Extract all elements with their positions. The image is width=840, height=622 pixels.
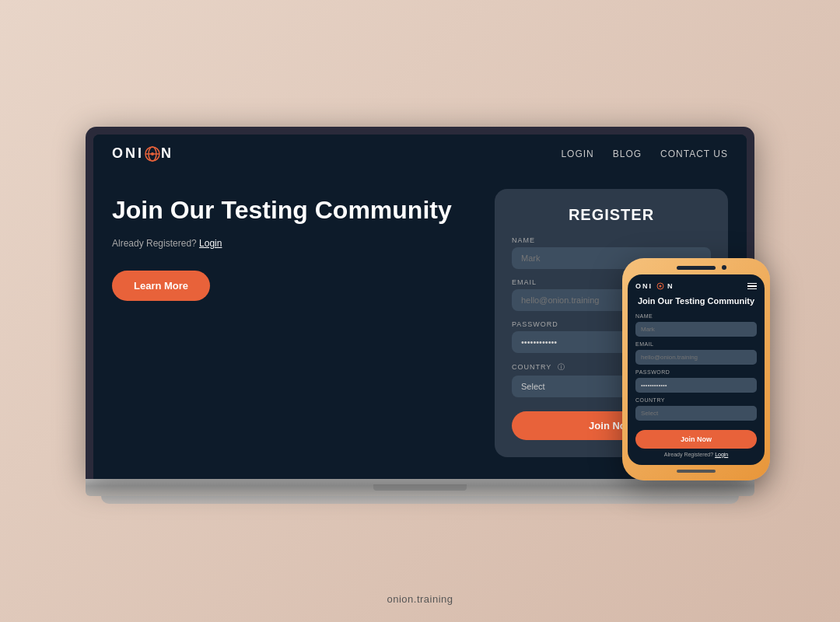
phone-login-link[interactable]: Login — [715, 452, 728, 457]
phone-nav: ONI N — [635, 282, 757, 291]
hero-left: Join Our Testing Community Already Regis… — [112, 189, 479, 301]
svg-point-5 — [659, 285, 661, 288]
phone-email-field: EMAIL — [635, 341, 757, 365]
footer-url: onion.training — [387, 593, 453, 605]
phone-name-field: NAME — [635, 313, 757, 337]
phone-outer: ONI N Join Our Testing Community — [622, 258, 770, 480]
logo-text-right: N — [161, 145, 173, 162]
hero-title: Join Our Testing Community — [112, 197, 479, 224]
phone-screen: ONI N Join Our Testing Community — [628, 274, 765, 465]
logo-icon — [144, 145, 161, 162]
phone-password-input[interactable] — [635, 378, 757, 393]
svg-point-3 — [151, 152, 154, 156]
phone-join-now-button[interactable]: Join Now — [635, 430, 757, 449]
logo-text-left: ONI — [112, 145, 144, 162]
phone-country-field: COUNTRY — [635, 397, 757, 421]
already-registered-text: Already Registered? Login — [112, 238, 479, 249]
nav-links: LOGIN BLOG CONTACT US — [561, 149, 728, 159]
phone-password-label: PASSWORD — [635, 369, 757, 375]
phone-logo: ONI N — [635, 282, 674, 291]
phone: ONI N Join Our Testing Community — [622, 258, 770, 480]
phone-country-input[interactable] — [635, 406, 757, 421]
nav-login[interactable]: LOGIN — [561, 149, 593, 159]
phone-name-input[interactable] — [635, 322, 757, 337]
phone-name-label: NAME — [635, 313, 757, 319]
name-label: NAME — [512, 236, 711, 244]
laptop-notch — [373, 484, 467, 491]
form-title: REGISTER — [512, 206, 711, 224]
phone-already-registered: Already Registered? Login — [635, 452, 757, 457]
phone-hero-title: Join Our Testing Community — [635, 296, 757, 306]
laptop-base — [86, 479, 754, 496]
phone-email-label: EMAIL — [635, 341, 757, 347]
login-link[interactable]: Login — [199, 238, 222, 249]
hamburger-icon[interactable] — [747, 283, 757, 290]
phone-camera — [722, 265, 726, 270]
laptop-foot — [101, 496, 739, 504]
country-info-icon: ⓘ — [558, 363, 565, 371]
nav-blog[interactable]: BLOG — [613, 149, 642, 159]
phone-country-label: COUNTRY — [635, 397, 757, 403]
phone-speaker — [677, 266, 716, 270]
phone-email-input[interactable] — [635, 350, 757, 365]
laptop: ONI N — [86, 127, 754, 504]
logo: ONI N — [112, 145, 173, 162]
page-wrapper: ONI N — [0, 0, 840, 622]
nav-contact[interactable]: CONTACT US — [660, 149, 728, 159]
phone-password-field: PASSWORD — [635, 369, 757, 393]
learn-more-button[interactable]: Learn More — [112, 271, 210, 301]
site-nav: ONI N — [93, 135, 747, 173]
phone-home-indicator — [677, 470, 716, 473]
